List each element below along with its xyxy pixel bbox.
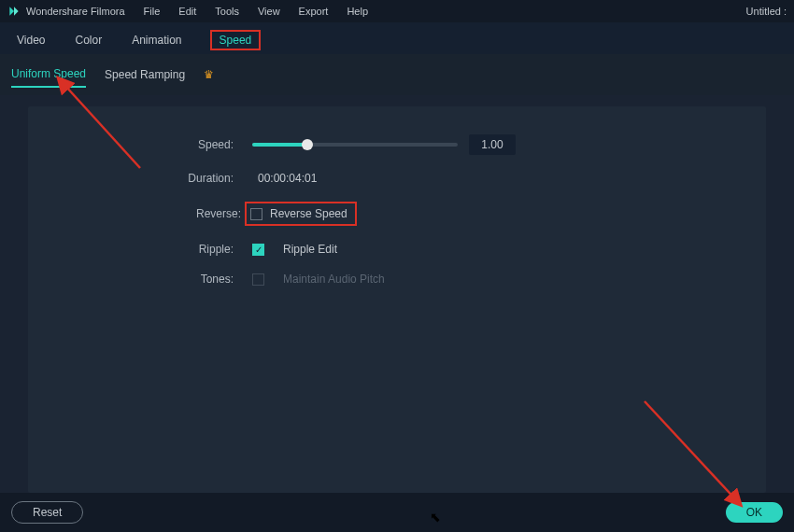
tab-video[interactable]: Video (15, 30, 47, 50)
menu-view[interactable]: View (258, 6, 280, 17)
tones-checkbox-label: Maintain Audio Pitch (283, 273, 385, 286)
menu-help[interactable]: Help (347, 6, 368, 17)
reverse-label: Reverse: (65, 207, 252, 220)
row-ripple: Ripple: ✓ Ripple Edit (65, 243, 729, 256)
tones-label: Tones: (65, 273, 252, 286)
app-title: Wondershare Filmora (26, 6, 125, 17)
row-tones: Tones: Maintain Audio Pitch (65, 273, 729, 286)
crown-icon: ♛ (204, 68, 214, 81)
row-speed: Speed: 1.00 (65, 134, 729, 155)
footer-bar: Reset OK (0, 493, 794, 532)
file-status: Untitled : (746, 6, 787, 17)
duration-value[interactable]: 00:00:04:01 (252, 172, 317, 185)
menu-export[interactable]: Export (299, 6, 329, 17)
tab-animation[interactable]: Animation (130, 30, 183, 50)
menu-file[interactable]: File (144, 6, 161, 17)
reverse-highlight-box: Reverse Speed (245, 202, 357, 226)
speed-slider[interactable] (252, 143, 458, 147)
svg-marker-0 (9, 7, 14, 15)
category-tabs: Video Color Animation Speed (0, 22, 794, 54)
reverse-checkbox-label[interactable]: Reverse Speed (270, 207, 347, 220)
speed-label: Speed: (65, 138, 252, 151)
tab-speed[interactable]: Speed (210, 30, 262, 50)
cursor-icon: ⬉ (430, 510, 441, 525)
speed-value-input[interactable]: 1.00 (469, 134, 516, 155)
ripple-checkbox[interactable]: ✓ (252, 244, 264, 256)
reverse-checkbox[interactable] (250, 208, 262, 220)
tones-checkbox (252, 273, 264, 286)
menu-tools[interactable]: Tools (215, 6, 239, 17)
sub-tabs: Uniform Speed Speed Ramping ♛ (0, 54, 794, 95)
settings-panel: Speed: 1.00 Duration: 00:00:04:01 Revers… (28, 106, 766, 493)
ok-button[interactable]: OK (726, 502, 783, 523)
row-duration: Duration: 00:00:04:01 (65, 172, 729, 185)
menu-bar: File Edit Tools View Export Help (144, 6, 368, 17)
title-bar: Wondershare Filmora File Edit Tools View… (0, 0, 794, 22)
slider-fill (252, 143, 307, 147)
duration-label: Duration: (65, 172, 252, 185)
svg-marker-1 (14, 7, 19, 15)
subtab-uniform-speed[interactable]: Uniform Speed (11, 62, 86, 88)
row-reverse: Reverse: Reverse Speed (65, 202, 729, 226)
slider-thumb[interactable] (302, 139, 313, 150)
reset-button[interactable]: Reset (11, 501, 83, 524)
tab-color[interactable]: Color (73, 30, 104, 50)
subtab-speed-ramping[interactable]: Speed Ramping (105, 63, 185, 87)
menu-edit[interactable]: Edit (178, 6, 196, 17)
ripple-checkbox-label[interactable]: Ripple Edit (283, 243, 337, 256)
ripple-label: Ripple: (65, 243, 252, 256)
app-logo-icon (7, 5, 21, 18)
